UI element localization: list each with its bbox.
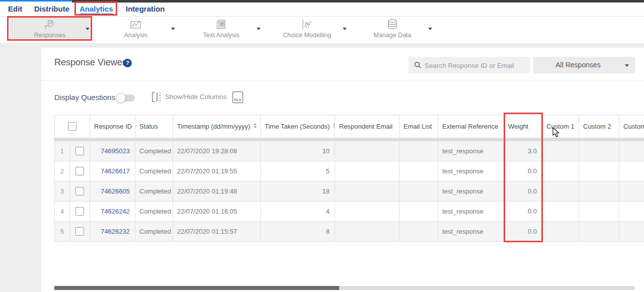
response-id-link[interactable]: 74626242 xyxy=(101,208,130,215)
cell-status: Completed xyxy=(135,222,173,242)
nav-item-edit[interactable]: Edit xyxy=(8,3,22,16)
table-header-row: Response IDStatusTimestamp (dd/mm/yyyy)T… xyxy=(55,115,644,138)
row-checkbox[interactable] xyxy=(75,147,84,155)
response-id-link[interactable]: 74626232 xyxy=(101,228,130,235)
cell-time-taken: 10 xyxy=(261,141,335,161)
choice-modelling-icon xyxy=(272,17,342,31)
column-header-timestamp-dd-mm-yyyy[interactable]: Timestamp (dd/mm/yyyy) xyxy=(173,115,261,138)
column-header-custom-2: Custom 2 xyxy=(579,115,619,138)
cell-custom-2 xyxy=(579,161,619,181)
show-hide-columns-button[interactable]: Show/Hide Columns xyxy=(151,91,163,104)
cell-external-reference: test_response xyxy=(438,181,504,202)
chevron-down-icon xyxy=(625,64,629,67)
nav-item-integration[interactable]: Integration xyxy=(126,3,165,16)
responses-table-wrapper: Response IDStatusTimestamp (dd/mm/yyyy)T… xyxy=(54,115,644,242)
toggle-knob xyxy=(116,93,126,103)
cell-email-list xyxy=(399,161,438,181)
column-header-custom-1: Custom 1 xyxy=(542,115,579,138)
table-row: 274626617Completed22/07/2020 01:19:555te… xyxy=(55,161,644,181)
toolbar-caret-manage-data[interactable] xyxy=(428,28,432,30)
responses-icon xyxy=(15,17,85,31)
row-checkbox[interactable] xyxy=(75,187,84,196)
cell-custom-3 xyxy=(619,222,644,242)
progress-bar-blue xyxy=(0,0,72,2)
toolbar-item-choice-modelling[interactable]: Choice Modelling xyxy=(272,17,342,43)
toolbar-item-label: Manage Data xyxy=(357,32,428,39)
cell-response-id: 74626617 xyxy=(90,161,135,181)
cell-time-taken: 8 xyxy=(261,222,335,242)
cell-weight: 3.0 xyxy=(504,141,542,161)
help-icon[interactable]: ? xyxy=(123,59,132,67)
column-header-label: Custom 2 xyxy=(583,123,611,130)
response-id-link[interactable]: 74626617 xyxy=(101,167,130,175)
response-id-link[interactable]: 74626605 xyxy=(101,187,130,195)
cell-custom-1 xyxy=(542,181,579,202)
column-header-response-id[interactable]: Response ID xyxy=(90,115,135,138)
cell-respondent-email xyxy=(335,181,399,202)
cell-respondent-email xyxy=(335,202,399,222)
row-checkbox[interactable] xyxy=(75,207,84,216)
toolbar-item-label: Text Analysis xyxy=(186,32,257,39)
column-header-time-taken-seconds[interactable]: Time Taken (Seconds) xyxy=(261,115,335,138)
horizontal-scrollbar-thumb[interactable] xyxy=(54,286,339,290)
table-row: 474626242Completed22/07/2020 01:16:054te… xyxy=(55,202,644,222)
search-box xyxy=(409,57,530,73)
toolbar-item-analysis[interactable]: Analysis xyxy=(101,17,171,43)
xls-export-button[interactable]: XLS xyxy=(232,91,244,106)
column-header-label: Response ID xyxy=(94,123,132,130)
horizontal-scrollbar-track[interactable] xyxy=(54,286,634,290)
column-header-external-reference: External Reference xyxy=(438,115,504,138)
response-filter-dropdown[interactable]: All Responses xyxy=(533,57,635,73)
table-row: 174695023Completed22/07/2020 19:28:0810t… xyxy=(55,141,644,161)
column-header-label: Status xyxy=(139,123,158,130)
cell-custom-3 xyxy=(619,161,644,181)
cell-respondent-email xyxy=(335,222,399,242)
cell-custom-1 xyxy=(542,141,579,161)
columns-icon xyxy=(151,91,163,103)
response-viewer-panel: Response Viewer ? All Responses Display … xyxy=(41,48,644,292)
row-checkbox[interactable] xyxy=(75,227,84,236)
toolbar-caret-responses[interactable] xyxy=(86,28,90,30)
search-icon xyxy=(414,61,422,69)
cell-custom-3 xyxy=(619,181,644,202)
toolbar-item-text-analysis[interactable]: Text Analysis xyxy=(186,17,257,43)
toolbar-caret-choice-modelling[interactable] xyxy=(343,28,347,30)
section-divider xyxy=(41,80,644,81)
xls-icon: XLS xyxy=(232,91,244,104)
toolbar-item-label: Choice Modelling xyxy=(272,32,342,39)
select-all-checkbox[interactable] xyxy=(68,122,76,131)
response-id-link[interactable]: 74695023 xyxy=(101,147,130,155)
nav-item-analytics[interactable]: Analytics xyxy=(79,3,113,16)
cell-time-taken: 18 xyxy=(261,181,335,202)
display-questions-toggle[interactable] xyxy=(116,92,137,104)
cell-status: Completed xyxy=(135,181,173,202)
cell-time-taken: 5 xyxy=(261,161,335,181)
main-nav: EditDistributeAnalyticsIntegration xyxy=(0,3,644,17)
column-header-label: Custom 3 xyxy=(623,123,644,130)
manage-data-icon xyxy=(357,17,428,31)
cell-custom-1 xyxy=(542,222,579,242)
toolbar-item-manage-data[interactable]: Manage Data xyxy=(357,17,428,43)
search-input[interactable] xyxy=(424,57,526,74)
toolbar-caret-analysis[interactable] xyxy=(171,28,175,30)
row-number: 2 xyxy=(55,161,70,181)
cell-timestamp: 22/07/2020 01:19:55 xyxy=(173,161,261,181)
cell-custom-2 xyxy=(579,181,619,202)
row-checkbox-cell xyxy=(70,222,90,242)
cell-timestamp: 22/07/2020 01:16:05 xyxy=(173,202,261,222)
cell-response-id: 74626605 xyxy=(90,181,135,202)
cell-email-list xyxy=(399,222,438,242)
row-number: 5 xyxy=(55,222,70,242)
nav-item-distribute[interactable]: Distribute xyxy=(34,3,69,16)
toolbar-item-responses[interactable]: Responses xyxy=(15,17,85,43)
row-checkbox-cell xyxy=(70,181,90,202)
cell-respondent-email xyxy=(335,161,399,181)
cell-email-list xyxy=(399,141,438,161)
cell-external-reference: test_response xyxy=(438,202,504,222)
page-background-band xyxy=(0,43,644,48)
xls-label: XLS xyxy=(234,98,242,102)
toolbar-caret-text-analysis[interactable] xyxy=(257,28,261,30)
sort-icon xyxy=(254,123,257,128)
row-checkbox[interactable] xyxy=(75,167,84,175)
table-row: 574626232Completed22/07/2020 01:15:578te… xyxy=(55,222,644,242)
